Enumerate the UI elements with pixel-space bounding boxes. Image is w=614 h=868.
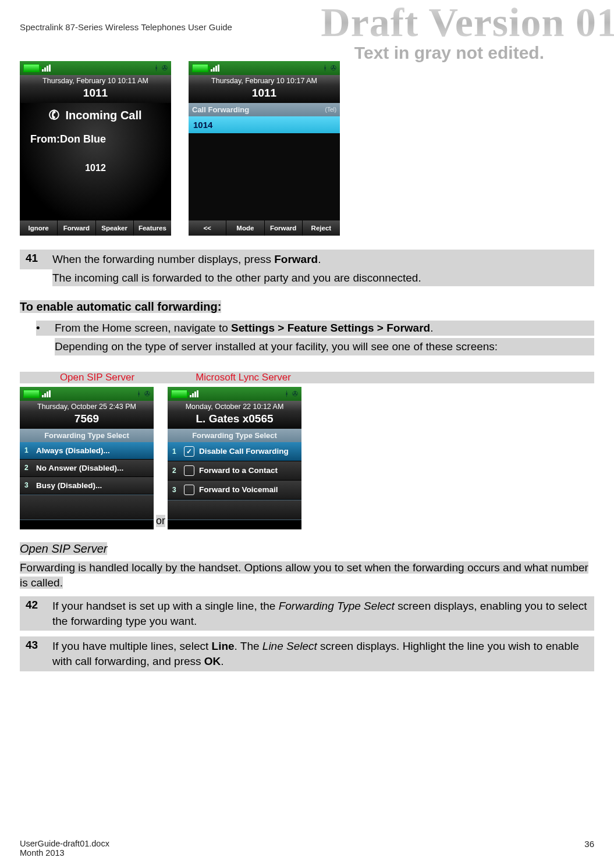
- menu-label: Busy (Disabled)...: [36, 481, 102, 490]
- extension-label: 1011: [189, 86, 340, 103]
- enable-bullet: • From the Home screen, navigate to Sett…: [36, 321, 594, 336]
- step-41-text-a: When the forwarding number displays, pre…: [52, 253, 274, 265]
- softkey-forward[interactable]: Forward: [265, 220, 303, 236]
- headset-icon: ✇: [292, 390, 298, 398]
- softkey-mode[interactable]: Mode: [226, 220, 264, 236]
- softkey-forward[interactable]: Forward: [58, 220, 95, 236]
- phone-incoming-call: ᚼ ✇ Thursday, February 10 10:11 AM 1011 …: [20, 61, 171, 236]
- softkey-reject[interactable]: Reject: [303, 220, 340, 236]
- open-sip-paragraph: Forwarding is handled locally by the han…: [20, 561, 588, 589]
- menu-label: No Answer (Disabled)...: [36, 464, 123, 472]
- headset-icon: ✇: [144, 390, 150, 398]
- step-43: 43 If you have multiple lines, select Li…: [20, 636, 594, 671]
- forwarding-type-select-header: Forwarding Type Select: [168, 429, 301, 442]
- menu-index: 1: [172, 447, 179, 456]
- datetime-label: Monday, October 22 10:12 AM: [168, 401, 301, 411]
- checkbox-unchecked-icon: [184, 485, 194, 495]
- label-open-sip: Open SIP Server: [20, 372, 175, 383]
- incoming-call-label: Incoming Call: [65, 109, 141, 122]
- signal-icon: [42, 390, 51, 397]
- battery-icon: [23, 64, 40, 72]
- step-43-c: . The: [235, 640, 262, 652]
- headset-icon: ✇: [331, 64, 336, 72]
- step-43-ok-bold: OK: [204, 655, 221, 667]
- step-42-italic: Forwarding Type Select: [279, 600, 395, 612]
- menu-index: 1: [24, 446, 31, 454]
- step-42: 42 If your handset is set up with a sing…: [20, 596, 594, 631]
- checkbox-unchecked-icon: [184, 465, 194, 476]
- headset-icon: ✇: [162, 64, 168, 72]
- watermark-subtitle: Text in gray not edited.: [354, 43, 544, 63]
- page-footer: UserGuide-draft01.docx Month 2013 36: [20, 839, 594, 858]
- server-labels-row: Open SIP Server Microsoft Lync Server: [20, 372, 594, 383]
- menu-index: 3: [24, 481, 31, 489]
- datetime-label: Thursday, October 25 2:43 PM: [20, 401, 154, 411]
- softkey-back[interactable]: <<: [189, 220, 226, 236]
- status-bar: ᚼ ✇: [168, 387, 301, 401]
- enable-bullet-a: From the Home screen, navigate to: [55, 322, 231, 334]
- footer-date: Month 2013: [20, 848, 109, 858]
- step-43-g: .: [221, 655, 223, 667]
- checkbox-checked-icon: [184, 446, 194, 457]
- bullet-icon: •: [36, 321, 43, 336]
- or-separator: or: [156, 515, 165, 527]
- menu-row-busy[interactable]: 3 Busy (Disabled)...: [20, 477, 154, 495]
- softkey-bar: << Mode Forward Reject: [189, 220, 340, 236]
- extension-label: 7569: [20, 411, 154, 429]
- extension-label: 1011: [20, 86, 171, 103]
- signal-icon: [190, 390, 198, 397]
- footer-doc-name: UserGuide-draft01.docx: [20, 839, 109, 848]
- phone-open-sip: ᚼ ✇ Thursday, October 25 2:43 PM 7569 Fo…: [20, 387, 154, 529]
- menu-index: 3: [172, 486, 179, 494]
- enable-bullet-sub: Depending on the type of server installe…: [55, 338, 594, 355]
- forwarding-type-select-header: Forwarding Type Select: [20, 429, 154, 442]
- caller-from-label: From:Don Blue: [30, 133, 106, 145]
- menu-label: Forward to a Contact: [199, 466, 278, 475]
- menu-row-forward-contact[interactable]: 2 Forward to a Contact: [168, 461, 301, 481]
- menu-row-no-answer[interactable]: 2 No Answer (Disabled)...: [20, 460, 154, 477]
- battery-icon: [171, 390, 187, 398]
- call-forwarding-title: Call Forwarding: [192, 105, 249, 114]
- enable-auto-forward-heading: To enable automatic call forwarding:: [20, 300, 221, 313]
- menu-label: Disable Call Forwarding: [199, 447, 289, 456]
- enable-bullet-c: .: [430, 322, 433, 334]
- menu-row-forward-voicemail[interactable]: 3 Forward to Voicemail: [168, 481, 301, 500]
- menu-label: Always (Disabled)...: [36, 446, 110, 455]
- step-41: 41 When the forwarding number displays, …: [20, 250, 594, 269]
- step-42-a: If your handset is set up with a single …: [52, 600, 279, 612]
- open-sip-heading: Open SIP Server: [20, 542, 107, 555]
- step-43-a: If you have multiple lines, select: [52, 640, 212, 652]
- menu-index: 2: [172, 467, 179, 475]
- menu-index: 2: [24, 464, 31, 472]
- enable-bullet-path: Settings > Feature Settings > Forward: [231, 322, 430, 334]
- bluetooth-icon: ᚼ: [137, 390, 141, 398]
- step-43-line-bold: Line: [212, 640, 235, 652]
- softkey-bar: Ignore Forward Speaker Features: [20, 220, 171, 236]
- phone-screenshot-row-2: ᚼ ✇ Thursday, October 25 2:43 PM 7569 Fo…: [20, 387, 594, 529]
- call-forwarding-tag: (Tel): [325, 106, 336, 113]
- caller-number: 1012: [85, 163, 106, 173]
- step-41-text-c: .: [318, 253, 321, 265]
- datetime-label: Thursday, February 10 10:11 AM: [20, 75, 171, 86]
- softkey-ignore[interactable]: Ignore: [20, 220, 58, 236]
- signal-icon: [211, 65, 219, 72]
- bluetooth-icon: ᚼ: [285, 390, 289, 398]
- phone-lync: ᚼ ✇ Monday, October 22 10:12 AM L. Gates…: [168, 387, 301, 529]
- battery-icon: [23, 390, 40, 398]
- doc-header: Spectralink 87-Series Wireless Telephone…: [20, 22, 594, 32]
- softkey-features[interactable]: Features: [134, 220, 171, 236]
- step-41-subtext: The incoming call is forwarded to the ot…: [52, 269, 594, 287]
- bluetooth-icon: ᚼ: [323, 64, 327, 72]
- step-43-italic: Line Select: [262, 640, 317, 652]
- battery-icon: [192, 64, 208, 72]
- menu-row-disable-cf[interactable]: 1 Disable Call Forwarding: [168, 442, 301, 461]
- menu-label: Forward to Voicemail: [199, 485, 278, 494]
- forward-number-input[interactable]: 1014: [189, 116, 340, 133]
- status-bar: ᚼ ✇: [20, 61, 171, 75]
- page-number: 36: [584, 839, 594, 858]
- step-number: 41: [26, 252, 42, 267]
- menu-row-always[interactable]: 1 Always (Disabled)...: [20, 442, 154, 460]
- softkey-speaker[interactable]: Speaker: [96, 220, 134, 236]
- step-number: 43: [26, 639, 42, 668]
- step-number: 42: [26, 599, 42, 628]
